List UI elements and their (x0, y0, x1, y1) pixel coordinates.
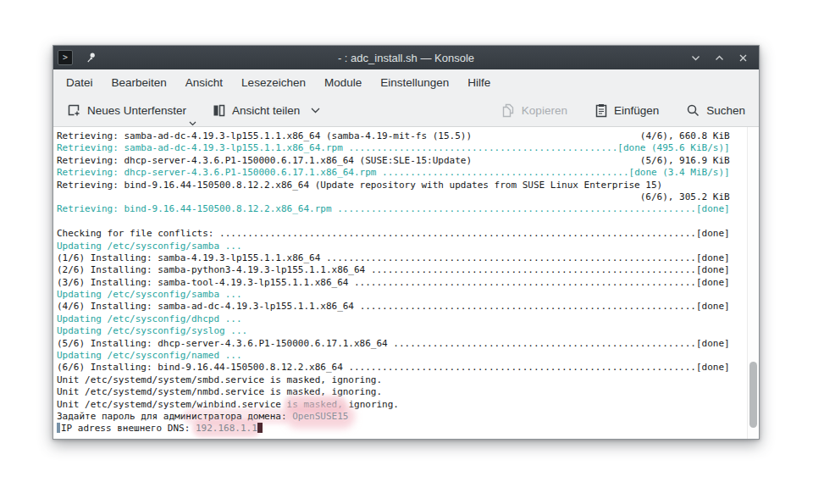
terminal-line: Retrieving: samba-ad-dc-4.19.3-lp155.1.1… (57, 130, 759, 142)
copy-label: Kopieren (522, 104, 567, 117)
pin-icon (85, 52, 97, 64)
terminal-line (57, 216, 759, 228)
konsole-window: > - : adc_install.sh — Konsole Datei Bea… (53, 45, 760, 440)
title-bar[interactable]: > - : adc_install.sh — Konsole (53, 46, 759, 69)
terminal-line: Updating /etc/sysconfig/samba ... (57, 289, 759, 301)
terminal-line: Retrieving: bind-9.16.44-150500.8.12.2.x… (57, 180, 759, 191)
new-tab-button[interactable]: Neues Unterfenster (64, 100, 190, 121)
terminal-line: Unit /etc/systemd/system/smbd.service is… (57, 374, 759, 386)
chevron-down-icon (189, 121, 196, 126)
terminal-line: Unit /etc/systemd/system/nmbd.service is… (57, 386, 759, 398)
paste-icon (595, 103, 608, 118)
terminal-line: (5/6) Installing: dhcp-server-4.3.6.P1-1… (57, 338, 759, 350)
terminal-line: Updating /etc/sysconfig/named ... (57, 350, 759, 362)
paste-button[interactable]: Einfügen (591, 100, 662, 121)
split-view-button[interactable]: Ansicht teilen (208, 100, 324, 121)
terminal-line: Updating /etc/sysconfig/samba ... (57, 241, 759, 252)
close-button[interactable] (735, 50, 750, 65)
chevron-down-icon (311, 108, 320, 114)
terminal-line: Updating /etc/sysconfig/dhcpd ... (57, 313, 759, 325)
menu-ansicht[interactable]: Ansicht (176, 76, 232, 89)
scrollbar-thumb[interactable] (749, 362, 757, 428)
menu-bearbeiten[interactable]: Bearbeiten (102, 76, 176, 89)
terminal-line: Retrieving: dhcp-server-4.3.6.P1-150000.… (57, 167, 759, 179)
terminal-line: (3/6) Installing: samba-tool-4.19.3-lp15… (57, 277, 759, 289)
terminal-line: (2/6) Installing: samba-python3-4.19.3-l… (57, 264, 759, 276)
window-title: - : adc_install.sh — Konsole (53, 52, 759, 64)
search-button[interactable]: Suchen (683, 100, 749, 121)
maximize-button[interactable] (711, 50, 727, 65)
menu-hilfe[interactable]: Hilfe (458, 76, 500, 89)
terminal-line: Задайте пароль для администратора домена… (57, 411, 759, 423)
scrollbar-track[interactable] (747, 127, 759, 439)
terminal-line: IP adress внешнего DNS: 192.168.1.1 (57, 423, 759, 435)
copy-button[interactable]: Kopieren (498, 100, 571, 121)
terminal-viewport[interactable]: Retrieving: samba-ad-dc-4.19.3-lp155.1.1… (53, 127, 759, 439)
text-cursor (257, 423, 263, 433)
terminal-line: (6/6), 305.2 KiB (57, 191, 759, 203)
terminal-line: Retrieving: dhcp-server-4.3.6.P1-150000.… (57, 155, 759, 167)
line-start-marker (57, 423, 60, 433)
tab-new-icon (67, 103, 81, 118)
terminal-line: Retrieving: bind-9.16.44-150500.8.12.2.x… (57, 203, 759, 215)
new-tab-label: Neues Unterfenster (87, 104, 186, 117)
terminal-line: Unit /etc/systemd/system/winbind.service… (57, 399, 759, 411)
terminal-output: Retrieving: samba-ad-dc-4.19.3-lp155.1.1… (53, 127, 759, 435)
toolbar: Neues Unterfenster Ansicht teilen (53, 95, 759, 127)
search-label: Suchen (706, 104, 745, 117)
copy-icon (501, 103, 516, 118)
terminal-line: Retrieving: samba-ad-dc-4.19.3-lp155.1.1… (57, 142, 759, 154)
terminal-line: (1/6) Installing: samba-4.19.3-lp155.1.1… (57, 252, 759, 264)
paste-label: Einfügen (614, 104, 659, 117)
split-view-icon (212, 103, 226, 118)
konsole-app-icon: > (58, 50, 73, 65)
menu-bar: Datei Bearbeiten Ansicht Lesezeichen Mod… (53, 69, 759, 95)
terminal-line: Checking for file conflicts: ...........… (57, 228, 759, 240)
split-view-label: Ansicht teilen (232, 104, 300, 117)
terminal-line: Updating /etc/sysconfig/syslog ... (57, 325, 759, 337)
menu-einstellungen[interactable]: Einstellungen (371, 76, 458, 89)
menu-datei[interactable]: Datei (57, 76, 102, 89)
terminal-line: (6/6) Installing: bind-9.16.44-150500.8.… (57, 362, 759, 374)
menu-module[interactable]: Module (315, 76, 371, 89)
search-icon (686, 103, 700, 118)
minimize-button[interactable] (688, 50, 703, 65)
terminal-line: (4/6) Installing: samba-ad-dc-4.19.3-lp1… (57, 301, 759, 313)
menu-lesezeichen[interactable]: Lesezeichen (232, 76, 315, 89)
